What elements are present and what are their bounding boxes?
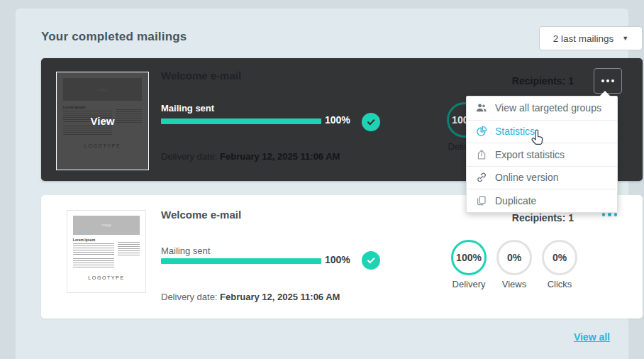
progress-bar-fill [161,258,321,264]
stat-delivery-ring: 100% [451,240,487,275]
stat-clicks-label: Clicks [533,279,586,289]
mailing-thumbnail[interactable]: Image Lorem Ipsum LOGOTYPE View [56,72,149,170]
duplicate-icon [476,195,487,206]
stat-views: 0% Views [488,240,540,289]
stat-views-ring: 0% [496,240,532,275]
more-actions-button[interactable] [602,213,618,216]
mailing-status: Mailing sent [161,103,214,114]
sent-check-icon [362,251,380,270]
stat-clicks: 0% Clicks [533,240,586,289]
chevron-down-icon: ▼ [622,35,628,42]
template-text-lines [73,243,115,255]
template-image-placeholder: Image [73,216,140,235]
menu-item-duplicate[interactable]: Duplicate [467,189,617,212]
stat-delivery: 100% Delivery [443,240,495,289]
template-text-lines [73,258,115,269]
thumbnail-hover-overlay[interactable]: View [57,72,148,170]
menu-item-view-all-targeted-groups[interactable]: View all targeted groups [467,96,617,120]
menu-item-online-version[interactable]: Online version [467,166,617,189]
menu-item-export-statistics[interactable]: Export statistics [467,143,617,166]
stat-views-label: Views [488,279,540,289]
stat-clicks-ring: 0% [542,240,577,275]
pie-chart-icon [476,126,487,137]
mailing-title: Welcome e-mail [161,209,241,221]
app-window: Your completed mailings 2 last mailings … [0,0,644,359]
template-logo: LOGOTYPE [73,275,140,280]
email-template-preview: Image Lorem Ipsum LOGOTYPE [67,211,145,292]
mailing-title: Welcome e-mail [161,70,241,82]
completed-mailings-panel: Your completed mailings 2 last mailings … [16,9,628,359]
delivery-date: Delivery date: February 12, 2025 11:06 A… [161,151,340,162]
view-all-link[interactable]: View all [574,331,610,343]
menu-item-statistics[interactable]: Statistics [467,120,617,143]
progress-bar [161,258,321,264]
template-heading: Lorem Ipsum [73,238,115,242]
progress-percent: 100% [325,254,359,265]
recipients-count: Recipients: 1 [512,212,574,223]
template-text-lines [118,242,140,256]
progress-bar-fill [161,118,321,124]
mailings-filter-value: 2 last mailings [553,33,614,44]
sent-check-icon [362,113,380,131]
export-icon [476,149,487,160]
link-icon [476,172,487,183]
view-label: View [91,115,115,127]
mailings-filter-dropdown[interactable]: 2 last mailings ▼ [539,26,643,50]
mailing-actions-menu: View all targeted groups Statistics Expo… [466,96,618,213]
mailing-thumbnail[interactable]: Image Lorem Ipsum LOGOTYPE [67,210,146,293]
page-title: Your completed mailings [41,30,187,44]
people-icon [476,102,487,114]
recipients-count: Recipients: 1 [512,75,574,87]
more-actions-button[interactable] [594,68,622,94]
mailing-status: Mailing sent [161,245,210,256]
stat-delivery-label: Delivery [443,279,495,289]
delivery-date: Delivery date: February 12, 2025 11:06 A… [161,292,340,302]
mailing-card-2: Image Lorem Ipsum LOGOTYPE Welcome e-mai… [41,195,643,319]
progress-percent: 100% [325,114,359,126]
progress-bar [161,118,321,124]
